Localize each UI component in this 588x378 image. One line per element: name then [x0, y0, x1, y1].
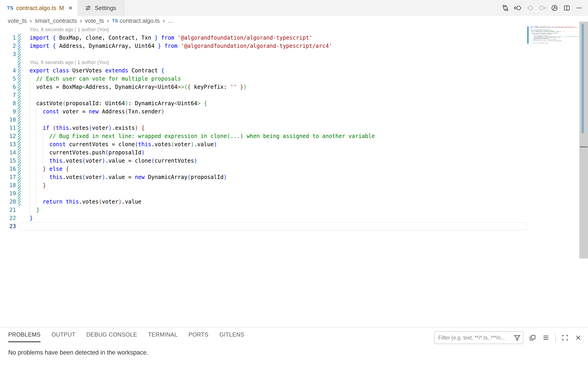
breadcrumb-item[interactable]: vote_ts: [85, 17, 104, 24]
minimap-modified-bar: [527, 27, 529, 44]
codelens-blame[interactable]: You, 8 seconds ago | 1 author (You): [0, 26, 527, 34]
line-number: 22: [0, 214, 16, 222]
line-number: 23: [0, 222, 16, 230]
next-change-icon[interactable]: [538, 4, 546, 12]
minimap[interactable]: You, 8 seconds ago | 1 author (You)impor…: [527, 26, 579, 53]
minimap-line: import { Address, DynamicArray, Uint64 }…: [530, 27, 579, 28]
typescript-file-icon: TS: [112, 18, 118, 24]
code-line[interactable]: 19: [0, 189, 527, 198]
code-line[interactable]: 11 if (this.votes(voter).exists) {: [0, 124, 527, 132]
divider: [555, 333, 556, 342]
code-line[interactable]: 3: [0, 50, 527, 58]
more-actions-icon[interactable]: [575, 4, 583, 12]
code-line[interactable]: 20 return this.votes(voter).value: [0, 198, 527, 206]
chevron-right-icon: ›: [30, 17, 32, 25]
code-text: this.votes(voter).value = new DynamicArr…: [30, 173, 227, 181]
code-text: import { Address, DynamicArray, Uint64 }…: [30, 42, 332, 50]
indent-guide: [29, 91, 30, 99]
editor-actions: [502, 0, 588, 16]
code-text: }: [30, 206, 39, 214]
code-text: if (this.votes(voter).exists) {: [30, 124, 145, 132]
code-line[interactable]: 16 } else {: [0, 165, 527, 173]
code-line[interactable]: 9 const voter = new Address(Txn.sender): [0, 108, 527, 116]
bottom-panel: PROBLEMS OUTPUT DEBUG CONSOLE TERMINAL P…: [0, 327, 588, 378]
panel-controls: [434, 331, 582, 344]
tab-label: Settings: [95, 5, 116, 12]
indent-guide: [29, 189, 30, 198]
code-line[interactable]: 18 }: [0, 181, 527, 189]
code-text: // Bug Fixed in next line: wrapped expre…: [30, 132, 375, 140]
tab-contract-algo-ts[interactable]: TS contract.algo.ts M ×: [0, 0, 78, 16]
code-line[interactable]: 23: [0, 222, 527, 230]
code-line[interactable]: 5 // Each user can vote for multiple pro…: [0, 75, 527, 83]
split-editor-icon[interactable]: [563, 4, 571, 12]
tab-output[interactable]: OUTPUT: [52, 328, 75, 342]
code-line[interactable]: 8 castVote(proposalId: Uint64): DynamicA…: [0, 99, 527, 108]
chevron-right-icon: ›: [162, 17, 165, 25]
editor-tab-bar: TS contract.algo.ts M × Settings: [0, 0, 588, 16]
collapse-all-icon[interactable]: [542, 334, 550, 342]
line-number: 3: [0, 50, 16, 58]
tab-settings[interactable]: Settings: [78, 0, 124, 16]
code-text: }: [30, 214, 33, 222]
editor-scrollbar[interactable]: [579, 22, 588, 258]
code-text: return this.votes(voter).value: [30, 198, 141, 206]
code-text: votes = BoxMap<Address, DynamicArray<Uin…: [30, 83, 247, 91]
indent-guide: [36, 116, 36, 124]
code-line[interactable]: 21 }: [0, 206, 527, 214]
current-line-highlight: [19, 222, 527, 230]
navigate-back-icon[interactable]: [514, 4, 522, 12]
previous-change-icon[interactable]: [526, 4, 534, 12]
overview-ruler-modified-marker: [582, 24, 584, 133]
line-number: 11: [0, 124, 16, 132]
code-line[interactable]: 1import { BoxMap, clone, Contract, Txn }…: [0, 34, 527, 42]
code-text: import { BoxMap, clone, Contract, Txn } …: [30, 34, 313, 42]
code-line[interactable]: 7: [0, 91, 527, 99]
maximize-panel-icon[interactable]: [561, 334, 569, 342]
breadcrumb-item-file[interactable]: contract.algo.ts: [120, 17, 160, 24]
line-number: 15: [0, 157, 16, 165]
code-line[interactable]: 4export class UserVotes extends Contract…: [0, 67, 527, 75]
line-number: 14: [0, 148, 16, 157]
line-number: 19: [0, 189, 16, 198]
tab-gitlens[interactable]: GITLENS: [219, 328, 244, 342]
breadcrumb-item[interactable]: ...: [168, 17, 173, 24]
view-as-table-icon[interactable]: [529, 334, 536, 342]
line-number: 18: [0, 181, 16, 189]
tab-terminal[interactable]: TERMINAL: [148, 328, 178, 342]
tab-ports[interactable]: PORTS: [188, 328, 209, 342]
breadcrumb-item[interactable]: smart_contracts: [35, 17, 77, 24]
indent-guide: [36, 189, 36, 198]
code-line[interactable]: 12 // Bug Fixed in next line: wrapped ex…: [0, 132, 527, 140]
minimap-line: [530, 45, 579, 46]
code-line[interactable]: 22}: [0, 214, 527, 222]
line-number: 13: [0, 140, 16, 148]
line-number: 9: [0, 108, 16, 116]
code-text: }: [30, 181, 46, 189]
filter-input[interactable]: [434, 331, 523, 344]
code-text: const voter = new Address(Txn.sender): [30, 108, 164, 116]
open-changes-icon[interactable]: [502, 4, 509, 12]
run-or-debug-icon[interactable]: [551, 4, 558, 12]
code-text: this.votes(voter).value = clone(currentV…: [30, 157, 197, 165]
codelens-blame[interactable]: You, 8 seconds ago | 1 author (You): [0, 58, 527, 67]
tab-debug-console[interactable]: DEBUG CONSOLE: [86, 328, 137, 342]
code-line[interactable]: 17 this.votes(voter).value = new Dynamic…: [0, 173, 527, 181]
close-icon[interactable]: ×: [68, 5, 73, 11]
code-line[interactable]: 15 this.votes(voter).value = clone(curre…: [0, 157, 527, 165]
code-line[interactable]: 2import { Address, DynamicArray, Uint64 …: [0, 42, 527, 50]
code-line[interactable]: 13 const currentVotes = clone(this.votes…: [0, 140, 527, 148]
code-line[interactable]: 14 currentVotes.push(proposalId): [0, 148, 527, 157]
tab-label: contract.algo.ts: [16, 5, 56, 12]
tab-problems[interactable]: PROBLEMS: [8, 328, 40, 342]
chevron-right-icon: ›: [107, 17, 109, 25]
indent-guide: [29, 116, 30, 124]
code-line[interactable]: 6 votes = BoxMap<Address, DynamicArray<U…: [0, 83, 527, 91]
filter-funnel-icon: [513, 334, 521, 342]
breadcrumb: vote_ts › smart_contracts › vote_ts › TS…: [0, 16, 588, 26]
code-line[interactable]: 10: [0, 116, 527, 124]
breadcrumb-item[interactable]: vote_ts: [8, 17, 27, 24]
code-editor[interactable]: You, 8 seconds ago | 1 author (You)1impo…: [0, 26, 527, 230]
line-number: 8: [0, 99, 16, 108]
close-panel-icon[interactable]: [574, 334, 582, 342]
